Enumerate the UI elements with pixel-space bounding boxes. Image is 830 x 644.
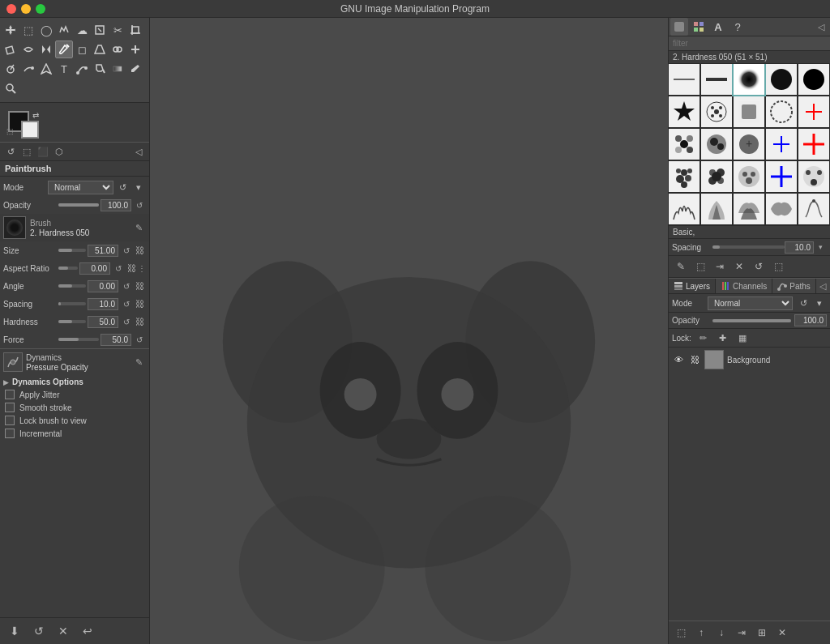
size-reset-icon[interactable]: ↺ [120,244,133,257]
brush-cell-9[interactable] [766,96,797,127]
brush-cell-16[interactable] [669,161,700,192]
incremental-checkbox[interactable] [5,429,15,438]
size-link-icon[interactable]: ⛓ [133,244,146,257]
brush-filter-input[interactable] [669,36,830,51]
dynamics-edit-icon[interactable]: ✎ [131,355,146,369]
tool-options-restore-icon[interactable]: ⬚ [19,144,34,159]
lock-brush-checkbox[interactable] [5,416,15,425]
opacity-value[interactable]: 100.0 [101,199,131,211]
tab-paths[interactable]: Paths [772,279,816,293]
maximize-button[interactable] [36,4,45,14]
tab-layers[interactable]: Layers [669,279,716,293]
opacity-slider[interactable] [58,203,99,207]
tool-select-by-color[interactable] [91,21,109,39]
brush-cell-22[interactable] [701,194,732,224]
angle-reset-icon[interactable]: ↺ [120,279,133,292]
tool-options-collapse-icon[interactable]: ◁ [131,144,146,159]
brush-spacing-extra-icon[interactable]: ▾ [814,241,827,254]
aspect-ratio-link-icon[interactable]: ⛓ [125,262,138,275]
brush-cell-4[interactable] [766,64,797,95]
tool-crop[interactable] [126,21,144,39]
tool-eraser[interactable]: ◻ [73,41,91,58]
aspect-ratio-slider[interactable] [58,267,78,270]
brush-cell-6-star[interactable] [669,96,700,127]
aspect-ratio-reset-icon[interactable]: ↺ [112,262,125,275]
tool-options-save-icon[interactable]: ⬛ [36,144,50,159]
swap-colors-icon[interactable]: ⇄ [32,111,39,120]
brush-cell-15-plus-red2[interactable] [798,129,829,160]
aspect-ratio-value[interactable]: 0.00 [79,262,110,275]
aspect-ratio-extra-icon[interactable]: ⋮ [138,264,146,273]
brush-cell-19[interactable] [766,161,797,192]
brush-cell-20[interactable] [798,161,829,192]
brush-spacing-slider[interactable] [712,245,785,249]
minimize-button[interactable] [21,4,31,14]
layers-btn-new-group[interactable]: ⬚ [672,624,690,642]
brush-cell-11[interactable] [669,129,700,160]
tool-perspective[interactable] [91,41,109,58]
tool-ellipse-select[interactable]: ◯ [37,21,55,39]
tool-zoom[interactable] [2,79,19,97]
layers-btn-delete[interactable]: ✕ [773,624,791,642]
mode-select[interactable]: Normal [48,181,113,194]
layers-btn-duplicate[interactable]: ⇥ [733,624,751,642]
tool-smudge[interactable] [19,60,37,78]
layers-btn-raise[interactable]: ↑ [692,624,710,642]
mode-chain-icon[interactable]: ▾ [131,180,146,194]
brush-action-copy-to-image-icon[interactable]: ⇥ [711,258,729,275]
brush-cell-2[interactable] [701,64,732,95]
tool-move[interactable] [2,21,19,39]
tool-rect-select[interactable]: ⬚ [19,21,37,39]
layers-mode-reset-icon[interactable]: ↺ [796,296,811,310]
spacing-reset-icon[interactable]: ↺ [120,297,133,310]
bottom-save-icon[interactable]: ⬇ [5,621,24,641]
brushes-tab-fonts[interactable]: A [709,18,727,36]
brush-cell-5[interactable] [798,64,829,95]
brush-cell-13[interactable]: + [734,129,764,160]
tool-dodge-burn[interactable] [2,60,19,78]
lock-alpha-icon[interactable]: ▦ [735,331,750,345]
brush-action-delete-icon[interactable]: ✕ [730,258,748,275]
brush-cell-10-plus-red[interactable] [798,96,829,127]
tool-fuzzy-select[interactable]: ☁ [73,21,91,39]
brush-cell-12[interactable] [701,129,732,160]
brush-cell-23[interactable] [734,194,764,224]
layers-mode-select[interactable]: Normal [708,296,793,310]
spacing-link-icon[interactable]: ⛓ [133,297,146,310]
brush-edit-icon[interactable]: ✎ [131,220,146,235]
close-button[interactable] [6,4,16,14]
angle-value[interactable]: 0.00 [88,280,118,292]
angle-link-icon[interactable]: ⛓ [133,279,146,292]
tool-paintbrush[interactable] [55,41,73,58]
hardness-link-icon[interactable]: ⛓ [133,315,146,328]
tool-options-delete-icon[interactable]: ⬡ [52,144,66,159]
tool-free-select[interactable] [55,21,73,39]
brushes-tab-patterns[interactable] [690,18,708,36]
layers-panel-close-icon[interactable]: ◁ [816,279,830,293]
brush-cell-25[interactable] [798,194,829,224]
tool-scissors[interactable]: ✂ [109,21,126,39]
background-color[interactable] [21,121,39,139]
spacing-value[interactable]: 10.0 [88,298,118,310]
force-value[interactable]: 50.0 [101,334,131,346]
layers-btn-new[interactable]: ⊞ [753,624,771,642]
brush-action-folder-icon[interactable]: ⬚ [769,258,787,275]
brush-cell-1[interactable] [669,64,700,95]
brush-action-duplicate-icon[interactable]: ⬚ [691,258,709,275]
opacity-reset-icon[interactable]: ↺ [133,198,146,211]
tool-clone[interactable] [109,41,126,58]
brush-cell-18[interactable] [734,161,764,192]
tool-heal[interactable] [126,41,144,58]
brush-cell-21[interactable] [669,194,700,224]
tool-gradient[interactable] [109,60,126,78]
size-value[interactable]: 51.00 [88,245,118,257]
bottom-restore-icon[interactable]: ↩ [78,621,97,641]
canvas-area[interactable] [150,18,668,644]
brush-cell-3-hardness050[interactable] [734,64,764,95]
tool-sharpen[interactable] [37,60,55,78]
tool-path[interactable] [73,60,91,78]
tool-transform[interactable] [2,41,19,58]
brush-action-refresh-icon[interactable]: ↺ [750,258,768,275]
tab-channels[interactable]: Channels [716,279,772,293]
layer-chain-icon[interactable]: ⛓ [688,353,701,366]
